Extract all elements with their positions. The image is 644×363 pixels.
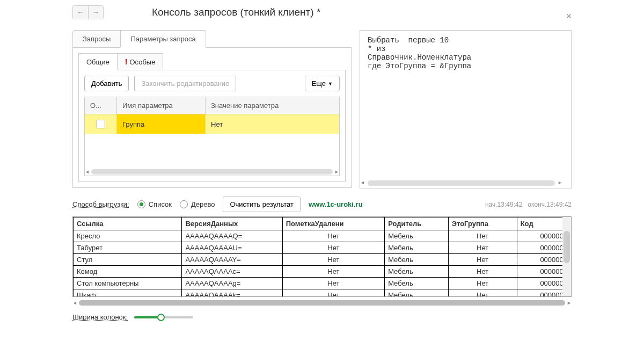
table-cell: Кресло <box>74 230 182 242</box>
result-table[interactable]: СсылкаВерсияДанныхПометкаУдалениРодитель… <box>73 217 571 297</box>
table-row[interactable]: КреслоAAAAAQAAAAQ=НетМебельНет0000000 <box>74 230 571 242</box>
column-width-label: Ширина колонок: <box>72 313 128 321</box>
table-cell: AAAAAQAAAAc= <box>182 266 282 278</box>
table-cell: Нет <box>282 254 384 266</box>
forward-button[interactable]: → <box>88 6 103 19</box>
add-button[interactable]: Добавить <box>84 76 129 91</box>
param-name: Группа <box>117 114 206 134</box>
tab-special-label: Особые <box>129 58 155 66</box>
result-scroll-h[interactable] <box>72 299 572 307</box>
radio-icon <box>180 200 188 208</box>
page-title: Консоль запросов (тонкий клиент) * <box>109 6 320 18</box>
table-cell: Нет <box>448 266 517 278</box>
table-cell: Мебель <box>385 230 449 242</box>
table-cell: Мебель <box>385 278 449 289</box>
radio-tree[interactable]: Дерево <box>180 200 215 208</box>
table-cell: Табурет <box>74 242 182 254</box>
table-cell: AAAAAQAAAAg= <box>182 278 282 289</box>
table-row[interactable]: ШкафAAAAAQAAAAk=НетМебельНет0000000 <box>74 289 571 297</box>
result-header[interactable]: Ссылка <box>74 217 182 230</box>
nav-buttons: ← → <box>72 5 104 19</box>
result-table-wrap: СсылкаВерсияДанныхПометкаУдалениРодитель… <box>72 216 572 297</box>
slider-handle[interactable] <box>157 314 165 321</box>
close-icon[interactable]: × <box>566 11 572 22</box>
clear-result-button[interactable]: Очистить результат <box>223 197 300 212</box>
table-cell: Нет <box>448 254 517 266</box>
radio-list[interactable]: Список <box>137 200 172 208</box>
table-cell: Нет <box>282 289 384 297</box>
tab-general[interactable]: Общие <box>78 53 118 70</box>
more-button[interactable]: Еще ▼ <box>305 76 340 91</box>
param-value: Нет <box>206 114 339 134</box>
column-width-slider[interactable] <box>134 316 193 318</box>
tab-params[interactable]: Параметры запроса <box>120 30 206 48</box>
table-cell: Нет <box>448 230 517 242</box>
tab-queries[interactable]: Запросы <box>72 30 121 48</box>
table-row[interactable]: ТабуретAAAAAQAAAAU=НетМебельНет0000000 <box>74 242 571 254</box>
result-header[interactable]: ЭтоГруппа <box>448 217 517 230</box>
table-cell: Мебель <box>385 289 449 297</box>
table-cell: Шкаф <box>74 289 182 297</box>
param-row[interactable]: Группа Нет <box>85 114 339 134</box>
result-header[interactable]: ВерсияДанных <box>182 217 282 230</box>
table-cell: AAAAAQAAAAQ= <box>182 230 282 242</box>
param-col-o: О... <box>85 97 117 114</box>
table-cell: Нет <box>448 278 517 289</box>
result-header[interactable]: Родитель <box>385 217 449 230</box>
table-cell: Стул <box>74 254 182 266</box>
radio-icon <box>137 200 145 208</box>
chevron-down-icon: ▼ <box>328 81 333 86</box>
query-editor[interactable]: Выбрать первые 10 * из Справочник.Номенк… <box>360 30 572 188</box>
table-cell: Стол компьютерны <box>74 278 182 289</box>
table-cell: Мебель <box>385 242 449 254</box>
table-cell: Мебель <box>385 266 449 278</box>
result-header[interactable]: ПометкаУдалени <box>282 217 384 230</box>
result-scroll-v[interactable] <box>562 217 571 296</box>
table-cell: Нет <box>282 230 384 242</box>
param-table: О... Имя параметра Значение параметра Гр… <box>84 97 340 176</box>
export-method-label: Способ выгрузки: <box>72 200 129 208</box>
table-cell: Нет <box>282 278 384 289</box>
time-end: оконч.13:49:42 <box>528 201 572 208</box>
back-button[interactable]: ← <box>73 6 88 19</box>
query-scroll-h[interactable] <box>361 179 561 187</box>
table-cell: Комод <box>74 266 182 278</box>
table-cell: Мебель <box>385 254 449 266</box>
param-col-val: Значение параметра <box>206 97 339 114</box>
param-scroll-h[interactable] <box>85 168 339 176</box>
table-row[interactable]: СтулAAAAAQAAAAY=НетМебельНет0000000 <box>74 254 571 266</box>
site-link[interactable]: www.1c-uroki.ru <box>309 200 363 208</box>
table-cell: AAAAAQAAAAU= <box>182 242 282 254</box>
table-row[interactable]: КомодAAAAAQAAAAc=НетМебельНет0000000 <box>74 266 571 278</box>
table-cell: AAAAAQAAAAY= <box>182 254 282 266</box>
table-row[interactable]: Стол компьютерныAAAAAQAAAAg=НетМебельНет… <box>74 278 571 289</box>
table-cell: Нет <box>448 242 517 254</box>
table-cell: Нет <box>282 266 384 278</box>
param-checkbox[interactable] <box>97 120 105 128</box>
tab-special[interactable]: ! Особые <box>117 53 164 70</box>
param-col-name: Имя параметра <box>117 97 206 114</box>
finish-edit-button[interactable]: Закончить редактирование <box>134 76 236 91</box>
table-cell: Нет <box>282 242 384 254</box>
time-start: нач.13:49:42 <box>485 201 522 208</box>
exclamation-icon: ! <box>125 57 128 66</box>
table-cell: Нет <box>448 289 517 297</box>
table-cell: AAAAAQAAAAk= <box>182 289 282 297</box>
